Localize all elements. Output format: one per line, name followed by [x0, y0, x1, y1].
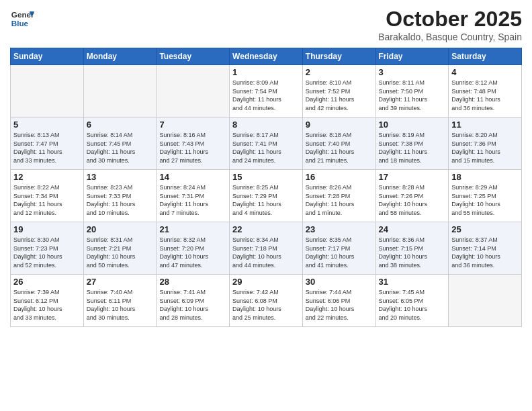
weekday-header-tuesday: Tuesday [157, 48, 230, 65]
day-number: 24 [379, 224, 446, 234]
calendar-cell: 31Sunrise: 7:45 AM Sunset: 6:05 PM Dayli… [375, 275, 449, 327]
day-number: 17 [379, 172, 446, 182]
calendar-table: SundayMondayTuesdayWednesdayThursdayFrid… [10, 48, 522, 327]
day-number: 12 [13, 172, 81, 182]
location-subtitle: Barakaldo, Basque Country, Spain [378, 32, 522, 42]
calendar-week-5: 26Sunrise: 7:39 AM Sunset: 6:12 PM Dayli… [11, 275, 522, 327]
calendar-cell: 17Sunrise: 8:28 AM Sunset: 7:26 PM Dayli… [375, 170, 449, 222]
day-info: Sunrise: 7:39 AM Sunset: 6:12 PM Dayligh… [13, 288, 81, 322]
day-info: Sunrise: 8:16 AM Sunset: 7:43 PM Dayligh… [159, 131, 226, 165]
calendar-cell: 20Sunrise: 8:31 AM Sunset: 7:21 PM Dayli… [83, 222, 157, 275]
day-info: Sunrise: 8:17 AM Sunset: 7:41 PM Dayligh… [232, 131, 300, 165]
day-info: Sunrise: 8:30 AM Sunset: 7:23 PM Dayligh… [13, 236, 81, 269]
day-info: Sunrise: 8:25 AM Sunset: 7:29 PM Dayligh… [232, 183, 300, 217]
calendar-cell: 19Sunrise: 8:30 AM Sunset: 7:23 PM Dayli… [11, 222, 84, 275]
day-info: Sunrise: 8:29 AM Sunset: 7:25 PM Dayligh… [451, 183, 519, 217]
day-number: 7 [159, 120, 226, 130]
day-info: Sunrise: 8:19 AM Sunset: 7:38 PM Dayligh… [379, 131, 446, 165]
calendar-week-4: 19Sunrise: 8:30 AM Sunset: 7:23 PM Dayli… [11, 222, 522, 275]
calendar-cell [11, 65, 84, 118]
day-info: Sunrise: 8:10 AM Sunset: 7:52 PM Dayligh… [306, 79, 373, 112]
day-info: Sunrise: 8:28 AM Sunset: 7:26 PM Dayligh… [379, 183, 446, 217]
calendar-cell: 25Sunrise: 8:37 AM Sunset: 7:14 PM Dayli… [449, 222, 522, 275]
page-container: General Blue October 2025 Barakaldo, Bas… [0, 0, 532, 334]
day-number: 16 [306, 172, 373, 182]
day-number: 19 [13, 224, 81, 234]
day-number: 27 [87, 277, 154, 287]
day-info: Sunrise: 8:32 AM Sunset: 7:20 PM Dayligh… [159, 236, 226, 269]
header: General Blue October 2025 Barakaldo, Bas… [10, 7, 522, 42]
calendar-cell: 11Sunrise: 8:20 AM Sunset: 7:36 PM Dayli… [449, 118, 522, 170]
calendar-cell: 15Sunrise: 8:25 AM Sunset: 7:29 PM Dayli… [230, 170, 303, 222]
calendar-cell: 23Sunrise: 8:35 AM Sunset: 7:17 PM Dayli… [302, 222, 375, 275]
day-number: 23 [306, 224, 373, 234]
weekday-header-friday: Friday [375, 48, 449, 65]
day-number: 22 [232, 224, 300, 234]
month-title: October 2025 [378, 7, 522, 32]
day-number: 20 [87, 224, 154, 234]
calendar-body: 1Sunrise: 8:09 AM Sunset: 7:54 PM Daylig… [11, 65, 522, 327]
weekday-header-sunday: Sunday [11, 48, 84, 65]
day-number: 6 [87, 120, 154, 130]
day-info: Sunrise: 7:44 AM Sunset: 6:06 PM Dayligh… [306, 288, 373, 322]
weekday-header-thursday: Thursday [302, 48, 375, 65]
day-info: Sunrise: 8:37 AM Sunset: 7:14 PM Dayligh… [451, 236, 519, 269]
calendar-cell: 30Sunrise: 7:44 AM Sunset: 6:06 PM Dayli… [302, 275, 375, 327]
calendar-cell: 22Sunrise: 8:34 AM Sunset: 7:18 PM Dayli… [230, 222, 303, 275]
day-info: Sunrise: 7:45 AM Sunset: 6:05 PM Dayligh… [379, 288, 446, 322]
calendar-cell [449, 275, 522, 327]
day-info: Sunrise: 8:14 AM Sunset: 7:45 PM Dayligh… [87, 131, 154, 165]
calendar-cell: 2Sunrise: 8:10 AM Sunset: 7:52 PM Daylig… [302, 65, 375, 118]
calendar-cell: 7Sunrise: 8:16 AM Sunset: 7:43 PM Daylig… [157, 118, 230, 170]
calendar-cell [83, 65, 157, 118]
day-info: Sunrise: 8:23 AM Sunset: 7:33 PM Dayligh… [87, 183, 154, 217]
day-number: 3 [379, 67, 446, 77]
svg-text:Blue: Blue [11, 19, 29, 28]
day-number: 2 [306, 67, 373, 77]
calendar-week-1: 1Sunrise: 8:09 AM Sunset: 7:54 PM Daylig… [11, 65, 522, 118]
logo-icon: General Blue [10, 7, 34, 31]
calendar-cell: 24Sunrise: 8:36 AM Sunset: 7:15 PM Dayli… [375, 222, 449, 275]
calendar-cell: 1Sunrise: 8:09 AM Sunset: 7:54 PM Daylig… [230, 65, 303, 118]
day-number: 11 [451, 120, 519, 130]
weekday-header-monday: Monday [83, 48, 157, 65]
day-number: 15 [232, 172, 300, 182]
calendar-cell: 12Sunrise: 8:22 AM Sunset: 7:34 PM Dayli… [11, 170, 84, 222]
day-info: Sunrise: 8:11 AM Sunset: 7:50 PM Dayligh… [379, 79, 446, 112]
day-number: 18 [451, 172, 519, 182]
day-number: 21 [159, 224, 226, 234]
weekday-header-wednesday: Wednesday [230, 48, 303, 65]
calendar-cell: 14Sunrise: 8:24 AM Sunset: 7:31 PM Dayli… [157, 170, 230, 222]
day-number: 9 [306, 120, 373, 130]
calendar-cell: 16Sunrise: 8:26 AM Sunset: 7:28 PM Dayli… [302, 170, 375, 222]
logo: General Blue [10, 7, 34, 31]
calendar-cell: 6Sunrise: 8:14 AM Sunset: 7:45 PM Daylig… [83, 118, 157, 170]
calendar-cell: 10Sunrise: 8:19 AM Sunset: 7:38 PM Dayli… [375, 118, 449, 170]
calendar-week-3: 12Sunrise: 8:22 AM Sunset: 7:34 PM Dayli… [11, 170, 522, 222]
weekday-header-saturday: Saturday [449, 48, 522, 65]
day-info: Sunrise: 8:35 AM Sunset: 7:17 PM Dayligh… [306, 236, 373, 269]
calendar-cell: 3Sunrise: 8:11 AM Sunset: 7:50 PM Daylig… [375, 65, 449, 118]
calendar-cell: 18Sunrise: 8:29 AM Sunset: 7:25 PM Dayli… [449, 170, 522, 222]
calendar-cell: 4Sunrise: 8:12 AM Sunset: 7:48 PM Daylig… [449, 65, 522, 118]
day-info: Sunrise: 8:24 AM Sunset: 7:31 PM Dayligh… [159, 183, 226, 217]
calendar-cell: 9Sunrise: 8:18 AM Sunset: 7:40 PM Daylig… [302, 118, 375, 170]
day-info: Sunrise: 8:31 AM Sunset: 7:21 PM Dayligh… [87, 236, 154, 269]
day-info: Sunrise: 7:41 AM Sunset: 6:09 PM Dayligh… [159, 288, 226, 322]
svg-text:General: General [11, 10, 34, 19]
calendar-week-2: 5Sunrise: 8:13 AM Sunset: 7:47 PM Daylig… [11, 118, 522, 170]
day-info: Sunrise: 7:42 AM Sunset: 6:08 PM Dayligh… [232, 288, 300, 322]
calendar-cell: 28Sunrise: 7:41 AM Sunset: 6:09 PM Dayli… [157, 275, 230, 327]
calendar-cell: 26Sunrise: 7:39 AM Sunset: 6:12 PM Dayli… [11, 275, 84, 327]
day-info: Sunrise: 8:36 AM Sunset: 7:15 PM Dayligh… [379, 236, 446, 269]
day-info: Sunrise: 8:26 AM Sunset: 7:28 PM Dayligh… [306, 183, 373, 217]
day-number: 4 [451, 67, 519, 77]
day-number: 28 [159, 277, 226, 287]
weekday-header-row: SundayMondayTuesdayWednesdayThursdayFrid… [11, 48, 522, 65]
calendar-cell [157, 65, 230, 118]
day-info: Sunrise: 8:12 AM Sunset: 7:48 PM Dayligh… [451, 79, 519, 112]
day-info: Sunrise: 7:40 AM Sunset: 6:11 PM Dayligh… [87, 288, 154, 322]
calendar-cell: 8Sunrise: 8:17 AM Sunset: 7:41 PM Daylig… [230, 118, 303, 170]
day-number: 8 [232, 120, 300, 130]
day-info: Sunrise: 8:18 AM Sunset: 7:40 PM Dayligh… [306, 131, 373, 165]
